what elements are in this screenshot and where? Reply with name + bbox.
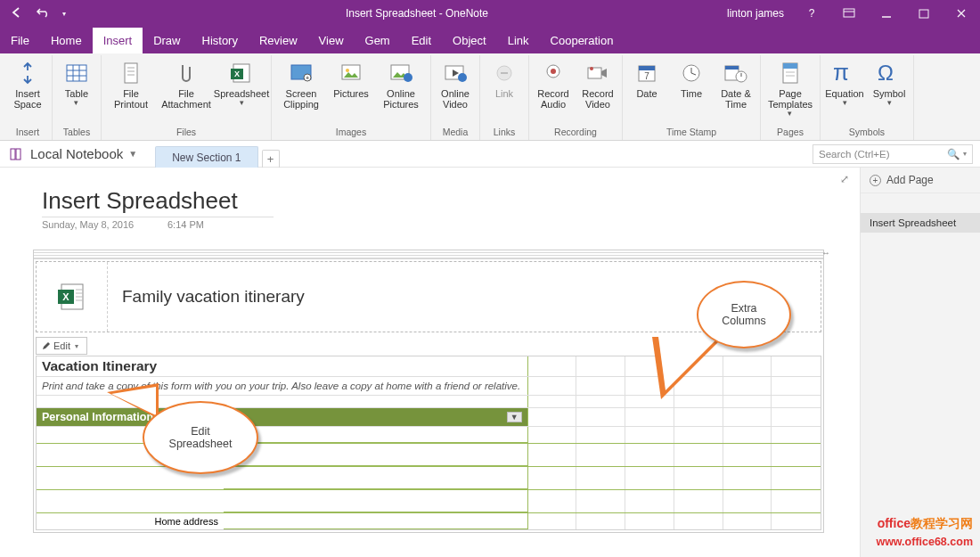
maximize-icon[interactable] — [905, 0, 943, 27]
ribbon-online-pictures-button[interactable]: OnlinePictures — [374, 55, 428, 110]
chevron-down-icon: ▼ — [128, 149, 137, 159]
ribbon-tab-gem[interactable]: Gem — [355, 28, 401, 53]
ribbon-insert-space-button[interactable]: InsertSpace — [6, 55, 49, 110]
svg-text:π: π — [833, 61, 849, 86]
ribbon-tabs: FileHomeInsertDrawHistoryReviewViewGemEd… — [0, 27, 980, 53]
ribbon-date-button[interactable]: 7Date — [625, 55, 668, 99]
ribbon-tab-file[interactable]: File — [0, 28, 40, 53]
notebook-picker[interactable]: Local Notebook ▼ — [0, 146, 146, 161]
page-list-item[interactable]: Insert Spreadsheet — [861, 213, 980, 233]
notebook-nav: Local Notebook ▼ New Section 1 + Search … — [0, 141, 980, 168]
svg-text:+: + — [306, 75, 309, 81]
expand-icon[interactable]: ⤢ — [840, 173, 849, 185]
container-grip[interactable] — [34, 250, 823, 259]
page-time: 6:14 PM — [167, 219, 204, 230]
ribbon-tab-cooperation[interactable]: Cooperation — [540, 28, 625, 53]
svg-rect-11 — [125, 63, 137, 83]
ribbon-screen-clipping-button[interactable]: +ScreenClipping — [274, 55, 328, 110]
add-page-button[interactable]: +Add Page — [861, 168, 980, 193]
field-label: Home address — [37, 513, 224, 529]
ribbon-pictures-button[interactable]: Pictures — [330, 55, 372, 99]
page-canvas[interactable]: Insert Spreadsheet Sunday, May 8, 2016 6… — [0, 168, 860, 557]
ribbon-group-media: OnlineVideoMedia — [431, 55, 480, 140]
close-icon[interactable] — [943, 0, 980, 27]
svg-point-29 — [551, 69, 556, 74]
add-section-button[interactable]: + — [262, 150, 280, 168]
ribbon-group-links: LinkLinks — [480, 55, 529, 140]
excel-icon: X — [56, 281, 88, 313]
ribbon-group-images: +ScreenClippingPicturesOnlinePicturesIma… — [272, 55, 431, 140]
search-placeholder: Search (Ctrl+E) — [819, 149, 890, 160]
page-title[interactable]: Insert Spreadsheet — [42, 187, 274, 217]
window-title: Insert Spreadsheet - OneNote — [107, 7, 727, 20]
ribbon-tab-review[interactable]: Review — [249, 28, 308, 53]
pages-pane: +Add Page Insert Spreadsheet — [860, 168, 980, 557]
ribbon-date-time-button[interactable]: Date &Time — [715, 55, 757, 110]
ribbon-record-audio-button[interactable]: RecordAudio — [532, 55, 575, 110]
svg-rect-43 — [783, 63, 797, 69]
ribbon-record-video-button[interactable]: RecordVideo — [576, 55, 619, 110]
minimize-icon[interactable] — [868, 0, 905, 27]
svg-rect-48 — [11, 149, 15, 160]
ribbon-tab-insert[interactable]: Insert — [93, 28, 143, 53]
ribbon-link-button: Link — [483, 55, 526, 99]
ribbon-equation-button[interactable]: πEquation▾ — [823, 55, 866, 108]
search-input[interactable]: Search (Ctrl+E) 🔍 ▾ — [813, 144, 973, 164]
ribbon: InsertSpaceInsertTable▾TablesFilePrintou… — [0, 53, 980, 141]
ribbon-tab-history[interactable]: History — [192, 28, 249, 53]
ribbon-tab-object[interactable]: Object — [442, 28, 497, 53]
ribbon-group-pages: PageTemplates▾Pages — [761, 55, 821, 140]
ribbon-tab-home[interactable]: Home — [40, 28, 93, 53]
user-name[interactable]: linton james — [727, 7, 793, 20]
svg-point-31 — [590, 67, 593, 70]
svg-rect-0 — [844, 9, 854, 17]
ribbon-time-button[interactable]: Time — [670, 55, 713, 99]
callout-tail — [107, 383, 159, 419]
svg-point-26 — [458, 73, 467, 82]
chevron-down-icon[interactable]: ▾ — [963, 150, 967, 158]
svg-point-24 — [404, 73, 412, 82]
ribbon-group-time-stamp: 7DateTimeDate &TimeTime Stamp — [623, 55, 761, 140]
callout-edit-spreadsheet: Edit Spreadsheet — [143, 401, 258, 474]
ribbon-file-printout-button[interactable]: FilePrintout — [104, 55, 158, 110]
help-icon[interactable]: ? — [793, 0, 830, 27]
svg-text:X: X — [62, 291, 69, 302]
ribbon-tab-draw[interactable]: Draw — [143, 28, 191, 53]
notebook-name: Local Notebook — [30, 146, 123, 161]
spreadsheet-filename: Family vacation itinerary — [108, 287, 305, 307]
pencil-icon — [42, 341, 51, 350]
undo-icon[interactable] — [36, 6, 50, 21]
ribbon-online-video-button[interactable]: OnlineVideo — [434, 55, 477, 110]
dropdown-arrow-icon[interactable]: ▼ — [507, 412, 522, 422]
resize-handle-icon[interactable]: ↔ — [821, 248, 830, 258]
ribbon-display-icon[interactable] — [830, 0, 868, 27]
svg-point-22 — [346, 69, 349, 72]
ribbon-group-symbols: πEquation▾ΩSymbol▾Symbols — [821, 55, 914, 140]
ribbon-table-button[interactable]: Table▾ — [55, 55, 98, 108]
section-tab[interactable]: New Section 1 — [155, 146, 257, 168]
edit-spreadsheet-button[interactable]: Edit — [36, 337, 87, 355]
back-icon[interactable] — [11, 6, 23, 21]
title-bar: ▾ Insert Spreadsheet - OneNote linton ja… — [0, 0, 980, 27]
notebook-icon — [9, 147, 23, 161]
ribbon-symbol-button[interactable]: ΩSymbol▾ — [868, 55, 911, 108]
svg-rect-33 — [639, 66, 655, 70]
watermark-url: www.office68.com — [876, 536, 973, 548]
svg-text:X: X — [234, 70, 240, 78]
ribbon-spreadsheet-button[interactable]: XSpreadsheet▾ — [215, 55, 268, 108]
svg-text:Ω: Ω — [878, 61, 894, 85]
svg-text:7: 7 — [644, 71, 649, 81]
ribbon-tab-edit[interactable]: Edit — [401, 28, 442, 53]
svg-rect-6 — [67, 65, 86, 81]
ribbon-file-attachment-button[interactable]: FileAttachment — [159, 55, 213, 110]
ribbon-group-files: FilePrintoutFileAttachmentXSpreadsheet▾F… — [102, 55, 272, 140]
ribbon-tab-view[interactable]: View — [308, 28, 355, 53]
search-icon: 🔍 — [947, 148, 960, 160]
svg-rect-3 — [919, 10, 928, 18]
ribbon-page-templates-button[interactable]: PageTemplates▾ — [764, 55, 817, 119]
ribbon-tab-link[interactable]: Link — [497, 28, 540, 53]
callout-extra-columns: Extra Columns — [697, 281, 791, 348]
sheet-title: Vacation Itinerary — [37, 356, 528, 376]
qat-dropdown-icon[interactable]: ▾ — [62, 10, 66, 18]
plus-circle-icon: + — [870, 175, 881, 186]
